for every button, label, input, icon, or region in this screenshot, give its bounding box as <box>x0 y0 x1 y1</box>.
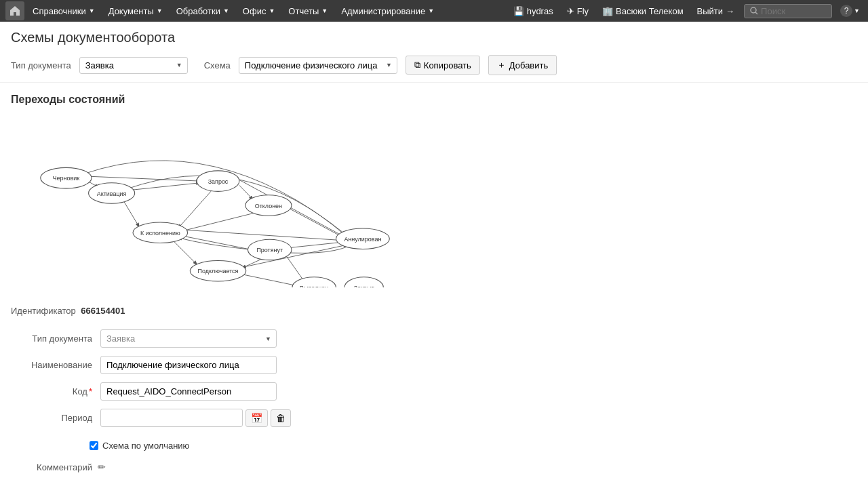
schema-select[interactable]: Подключение физического лица <box>239 57 397 74</box>
svg-line-13 <box>172 240 197 264</box>
form-field-code: Код <box>11 382 857 401</box>
svg-text:Отклонен: Отклонен <box>255 203 282 209</box>
diagram-area: Черновик Активация Запрос Отклонен К исп… <box>0 111 868 300</box>
form-doc-type-label: Тип документа <box>11 333 92 344</box>
chevron-down-icon: ▼ <box>157 7 163 14</box>
top-nav: Справочники ▼ Документы ▼ Обработки ▼ Оф… <box>0 0 868 22</box>
chevron-down-icon: ▼ <box>223 7 229 14</box>
svg-text:Аннулирован: Аннулирован <box>344 236 381 243</box>
nav-item-obrabotki[interactable]: Обработки ▼ <box>171 3 235 19</box>
form-period-input[interactable] <box>100 409 243 427</box>
clear-date-button[interactable]: 🗑 <box>271 409 291 427</box>
form-section: Тип документа Заявка Наименование Код Пе… <box>0 324 868 441</box>
chevron-down-icon: ▼ <box>89 7 95 14</box>
page-title: Схемы документооборота <box>0 22 868 51</box>
nav-item-administrirovanie[interactable]: Администрирование ▼ <box>336 3 439 19</box>
chevron-down-icon: ▼ <box>321 7 328 14</box>
search-input[interactable] <box>761 6 822 16</box>
svg-text:Активация: Активация <box>97 190 127 197</box>
svg-line-12 <box>180 230 346 241</box>
copy-icon: ⧉ <box>414 60 420 70</box>
nav-item-otchety[interactable]: Отчеты ▼ <box>283 3 333 19</box>
svg-text:Закрыт: Закрыт <box>354 285 374 287</box>
form-field-doc-type: Тип документа Заявка <box>11 329 857 348</box>
svg-line-16 <box>285 254 305 283</box>
add-button[interactable]: ＋ Добавить <box>488 55 557 75</box>
nav-company[interactable]: 🏢 Васюки Телеком <box>598 5 688 18</box>
svg-point-0 <box>751 7 756 13</box>
period-wrapper: 📅 🗑 <box>100 409 291 427</box>
svg-line-3 <box>84 176 199 181</box>
id-value: 666154401 <box>81 306 125 316</box>
default-schema-checkbox[interactable] <box>90 441 98 450</box>
calendar-button[interactable]: 📅 <box>245 409 268 427</box>
plus-icon: ＋ <box>497 59 506 71</box>
form-doc-type-select[interactable]: Заявка <box>100 329 277 348</box>
form-code-label: Код <box>11 386 92 396</box>
comment-row: Комментарий ✏ <box>0 459 868 475</box>
form-period-label: Период <box>11 413 92 423</box>
svg-text:Выполнен: Выполнен <box>300 285 328 287</box>
svg-text:К исполнению: К исполнению <box>140 230 180 237</box>
chevron-down-icon: ▼ <box>428 7 434 14</box>
home-button[interactable] <box>5 1 24 20</box>
doc-type-select[interactable]: Заявка <box>79 57 188 74</box>
nav-fly[interactable]: ✈ Fly <box>563 5 593 18</box>
schema-select-wrapper: Подключение физического лица <box>239 57 397 74</box>
nav-hydras[interactable]: 💾 hydras <box>509 5 557 18</box>
logout-icon: → <box>726 6 734 16</box>
nav-item-dokumenty[interactable]: Документы ▼ <box>103 3 168 19</box>
id-label: Идентификатор <box>11 306 76 316</box>
search-box[interactable] <box>744 4 832 18</box>
company-icon: 🏢 <box>602 6 613 16</box>
id-row: Идентификатор 666154401 <box>0 300 868 324</box>
form-field-period: Период 📅 🗑 <box>11 409 857 427</box>
svg-line-6 <box>239 185 253 199</box>
form-name-input[interactable] <box>100 356 277 374</box>
svg-line-5 <box>123 199 139 226</box>
form-field-name: Наименование <box>11 356 857 374</box>
svg-line-1 <box>755 12 757 14</box>
svg-line-8 <box>178 190 212 228</box>
nav-item-ofis[interactable]: Офис ▼ <box>237 3 281 19</box>
doc-type-label: Тип документа <box>11 60 71 70</box>
nav-right: 💾 hydras ✈ Fly 🏢 Васюки Телеком Выйти → … <box>509 3 863 18</box>
help-button[interactable]: ? ▼ <box>837 3 863 18</box>
disk-icon: 💾 <box>513 6 524 16</box>
svg-text:Подключается: Подключается <box>198 268 239 274</box>
svg-line-11 <box>182 236 252 250</box>
edit-comment-icon[interactable]: ✏ <box>98 462 106 472</box>
chevron-down-icon: ▼ <box>269 7 275 14</box>
state-diagram: Черновик Активация Запрос Отклонен К исп… <box>11 111 431 287</box>
svg-text:Протянут: Протянут <box>256 247 283 253</box>
transitions-title: Переходы состояний <box>0 83 868 111</box>
form-name-label: Наименование <box>11 360 92 370</box>
svg-text:Запрос: Запрос <box>208 178 229 185</box>
default-schema-row: Схема по умолчанию <box>90 441 868 451</box>
svg-line-9 <box>287 207 346 239</box>
svg-line-4 <box>130 183 200 190</box>
nav-item-spravochniki[interactable]: Справочники ▼ <box>27 3 100 19</box>
schema-label: Схема <box>204 60 231 70</box>
toolbar: Тип документа Заявка Схема Подключение ф… <box>0 51 868 83</box>
fly-icon: ✈ <box>567 6 574 16</box>
form-doc-type-select-wrapper: Заявка <box>100 329 277 348</box>
comment-label: Комментарий <box>11 462 92 472</box>
logout-button[interactable]: Выйти → <box>693 5 739 18</box>
default-schema-label: Схема по умолчанию <box>102 441 189 451</box>
svg-line-10 <box>180 211 260 232</box>
chevron-down-icon: ▼ <box>854 7 860 14</box>
doc-type-select-wrapper: Заявка <box>79 57 188 74</box>
search-icon <box>750 7 758 15</box>
copy-button[interactable]: ⧉ Копировать <box>406 56 480 75</box>
calendar-icon: 📅 <box>251 413 262 424</box>
svg-line-17 <box>241 274 299 286</box>
form-code-input[interactable] <box>100 382 277 401</box>
trash-icon: 🗑 <box>276 413 285 424</box>
svg-text:Черновик: Черновик <box>53 175 80 182</box>
